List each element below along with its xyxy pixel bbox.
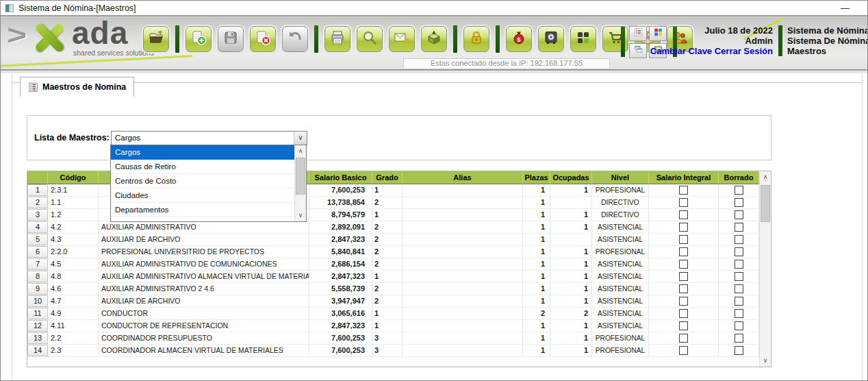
print-button[interactable]: [324, 26, 350, 52]
cell-plazas[interactable]: 1: [523, 209, 550, 221]
borrado-checkbox[interactable]: [735, 297, 743, 306]
row-number-cell[interactable]: 14: [27, 345, 48, 356]
new-record-button[interactable]: [186, 26, 212, 52]
cell-salario-basico[interactable]: 3,065,616: [309, 308, 372, 319]
dropdown-option-ciudades[interactable]: Ciudades: [111, 188, 294, 203]
cell-salario-basico[interactable]: 2,686,154: [309, 258, 372, 270]
cell-codigo[interactable]: 1.1: [48, 197, 99, 208]
salario-integral-checkbox[interactable]: [679, 321, 688, 330]
cell-codigo[interactable]: 4.5: [48, 258, 99, 270]
cell-nivel[interactable]: ASISTENCIAL: [592, 221, 649, 233]
cell-codigo[interactable]: 2.3.1: [48, 184, 99, 196]
borrado-checkbox[interactable]: [735, 198, 743, 207]
delete-record-button[interactable]: [250, 26, 276, 52]
scrollbar-thumb[interactable]: [761, 185, 770, 222]
cell-codigo[interactable]: 4.7: [48, 295, 99, 307]
borrado-checkbox[interactable]: [735, 235, 743, 244]
row-number-cell[interactable]: 10: [27, 295, 48, 307]
cell-grado[interactable]: 2: [372, 197, 403, 208]
salario-integral-checkbox[interactable]: [679, 334, 688, 343]
cell-alias[interactable]: [403, 308, 523, 319]
cell-grado[interactable]: 2: [372, 246, 403, 258]
cell-plazas[interactable]: 1: [523, 197, 550, 208]
cell-salario-basico[interactable]: 5,840,841: [309, 246, 372, 258]
cell-grado[interactable]: 3: [372, 332, 403, 344]
borrado-checkbox[interactable]: [735, 210, 743, 219]
cell-nombre[interactable]: CONDUCTOR DE REPRESENTACION: [99, 320, 309, 332]
cell-plazas[interactable]: 1: [523, 320, 550, 332]
cell-alias[interactable]: [403, 283, 523, 295]
cell-codigo[interactable]: 2.3: [48, 345, 99, 356]
scroll-down-icon[interactable]: ∨: [295, 210, 306, 221]
cell-nombre[interactable]: COORDINADOR ALMACEN VIRTUAL DE MATERIALE…: [99, 345, 309, 356]
chevron-down-icon[interactable]: ∨: [294, 132, 307, 145]
cell-grado[interactable]: 1: [372, 184, 403, 196]
cell-grado[interactable]: 1: [372, 320, 403, 332]
cell-codigo[interactable]: 4.2: [48, 221, 99, 233]
dropdown-scrollbar[interactable]: ∧ ∨: [294, 145, 306, 221]
cell-nombre[interactable]: AUXILIAR ADMINISTRATIVO 2 4.6: [99, 283, 309, 295]
row-number-cell[interactable]: 3: [27, 209, 48, 221]
row-number-cell[interactable]: 8: [27, 271, 48, 282]
cell-ocupadas[interactable]: 1: [550, 209, 592, 221]
open-folder-button[interactable]: [143, 26, 169, 52]
cell-codigo[interactable]: 4.8: [48, 271, 99, 282]
dropdown-option-departamentos[interactable]: Departamentos: [111, 203, 294, 217]
cell-salario-basico[interactable]: 7,600,253: [309, 332, 372, 344]
column-header-codigo[interactable]: Código: [48, 171, 99, 184]
cell-nombre[interactable]: AUXILIAR ADMINISTRATIVO DE COMUNICACIONE…: [99, 258, 309, 270]
cell-alias[interactable]: [403, 345, 523, 356]
cell-plazas[interactable]: 1: [523, 221, 550, 233]
cell-salario-basico[interactable]: 2,847,323: [309, 271, 372, 282]
salario-integral-checkbox[interactable]: [679, 210, 688, 219]
cell-alias[interactable]: [403, 221, 523, 233]
row-number-cell[interactable]: 5: [27, 234, 48, 245]
cell-grado[interactable]: 1: [372, 209, 403, 221]
column-header-salario-integral[interactable]: Salario Integral: [649, 171, 719, 184]
salario-integral-checkbox[interactable]: [679, 235, 688, 244]
cell-plazas[interactable]: 2: [523, 308, 550, 319]
column-header-plazas[interactable]: Plazas: [523, 171, 550, 184]
cell-codigo[interactable]: 1.2: [48, 209, 99, 221]
salario-integral-checkbox[interactable]: [679, 297, 688, 306]
cell-plazas[interactable]: 1: [523, 234, 550, 245]
scroll-up-icon[interactable]: ∧: [295, 145, 306, 157]
cell-plazas[interactable]: 1: [523, 345, 550, 356]
row-number-cell[interactable]: 9: [27, 283, 48, 295]
borrado-checkbox[interactable]: [735, 272, 743, 281]
cell-grado[interactable]: 1: [372, 308, 403, 319]
column-header-borrado[interactable]: Borrado: [719, 171, 759, 184]
dropdown-option-causas-de-retiro[interactable]: Causas de Retiro: [111, 160, 294, 174]
row-number-cell[interactable]: 7: [27, 258, 48, 270]
borrado-checkbox[interactable]: [735, 346, 743, 355]
borrado-checkbox[interactable]: [735, 284, 743, 293]
cell-nivel[interactable]: DIRECTIVO: [592, 197, 649, 208]
cell-ocupadas[interactable]: 2: [550, 308, 592, 319]
cell-alias[interactable]: [403, 295, 523, 307]
borrado-checkbox[interactable]: [735, 186, 743, 195]
money-bag-button[interactable]: $: [506, 26, 532, 52]
dropdown-option-cargos[interactable]: Cargos: [111, 145, 294, 160]
master-list-combobox[interactable]: Cargos ∨: [111, 131, 307, 145]
cell-alias[interactable]: [403, 332, 523, 344]
cell-nivel[interactable]: ASISTENCIAL: [592, 295, 649, 307]
column-header-grado[interactable]: Grado: [372, 171, 403, 184]
cell-codigo[interactable]: 2.2.0: [48, 246, 99, 258]
cell-alias[interactable]: [403, 258, 523, 270]
change-password-link[interactable]: Cambiar Clave: [650, 46, 712, 56]
borrado-checkbox[interactable]: [735, 260, 743, 269]
cell-nombre[interactable]: CONDUCTOR: [99, 308, 309, 319]
cell-nivel[interactable]: PROFESIONAL: [592, 332, 649, 344]
cell-nivel[interactable]: ASISTENCIAL: [592, 258, 649, 270]
import-box-button[interactable]: [421, 26, 447, 52]
borrado-checkbox[interactable]: [735, 223, 743, 232]
cell-alias[interactable]: [403, 184, 523, 196]
cell-grado[interactable]: 3: [372, 345, 403, 356]
cell-ocupadas[interactable]: 1: [550, 184, 592, 196]
cell-nombre[interactable]: AUXILIAR DE ARCHIVO: [99, 295, 309, 307]
borrado-checkbox[interactable]: [735, 334, 743, 343]
cell-plazas[interactable]: 1: [523, 332, 550, 344]
cell-plazas[interactable]: 1: [523, 295, 550, 307]
cell-ocupadas[interactable]: 1: [550, 345, 592, 356]
column-header-ocupadas[interactable]: Ocupadas: [550, 171, 592, 184]
